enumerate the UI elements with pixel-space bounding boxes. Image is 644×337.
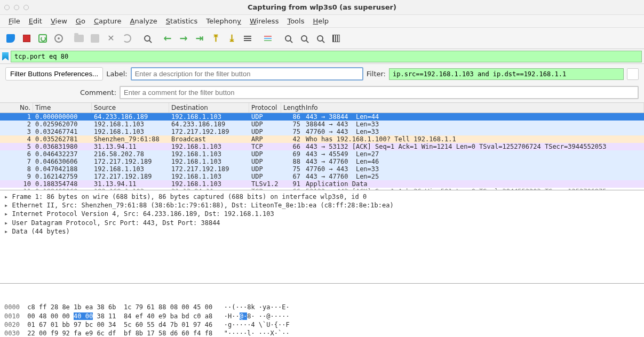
filter-prefs-button[interactable]: Filter Buttons Preferences... bbox=[5, 67, 103, 81]
packet-row[interactable]: 90.162142759172.217.192.189192.168.1.103… bbox=[0, 173, 644, 180]
reload-icon bbox=[123, 34, 131, 43]
packet-row[interactable]: 70.046630606172.217.192.189192.168.1.103… bbox=[0, 158, 644, 165]
save-button[interactable] bbox=[88, 31, 102, 46]
bars-icon bbox=[244, 36, 251, 41]
col-protocol[interactable]: Protocol bbox=[249, 103, 281, 113]
tree-item[interactable]: User Datagram Protocol, Src Port: 443, D… bbox=[4, 219, 640, 227]
packet-row[interactable]: 60.046432237216.58.202.78192.168.1.103UD… bbox=[0, 150, 644, 158]
menu-help[interactable]: Help bbox=[309, 16, 332, 26]
tree-item[interactable]: Data (44 bytes) bbox=[4, 227, 640, 236]
main-toolbar: ✕ ← → ⇥ ⤒ ⤓ bbox=[0, 28, 644, 49]
close-file-button[interactable]: ✕ bbox=[104, 31, 118, 46]
window-title: Capturing from wlp3s0 (as superuser) bbox=[248, 3, 396, 11]
packet-list-pane[interactable]: No. Time Source Destination Protocol Len… bbox=[0, 103, 644, 190]
zoom-in-icon bbox=[285, 35, 291, 42]
col-source[interactable]: Source bbox=[92, 103, 169, 113]
go-last-button[interactable]: ⤓ bbox=[224, 31, 239, 46]
col-no[interactable]: No. bbox=[0, 103, 33, 113]
col-length[interactable]: Length bbox=[281, 103, 303, 113]
menu-telephony[interactable]: Telephony bbox=[203, 16, 244, 26]
hex-row[interactable]: 0020 01 67 01 bb 97 bc 00 34 5c 60 55 d4… bbox=[4, 320, 640, 329]
fin-icon bbox=[6, 34, 15, 43]
filter-expression-input[interactable] bbox=[389, 68, 624, 80]
resize-columns-button[interactable] bbox=[329, 31, 344, 46]
hex-row[interactable]: 0010 00 48 00 00 40 00 38 11 84 ef 40 e9… bbox=[4, 312, 640, 320]
col-time[interactable]: Time bbox=[33, 103, 92, 113]
go-to-packet-button[interactable]: ⇥ bbox=[192, 31, 207, 46]
close-window-icon[interactable] bbox=[4, 5, 10, 10]
packet-row[interactable]: 100.18835474831.13.94.11192.168.1.103TLS… bbox=[0, 180, 644, 188]
open-file-button[interactable] bbox=[71, 31, 86, 46]
columns-icon bbox=[332, 35, 340, 42]
hex-row[interactable]: 0000 c8 ff 28 8e 1b ea 38 6b 1c 79 61 88… bbox=[4, 303, 640, 311]
close-icon: ✕ bbox=[107, 33, 114, 43]
menu-edit[interactable]: Edit bbox=[26, 16, 45, 26]
packet-row[interactable]: 40.035262781Shenzhen_79:61:88BroadcastAR… bbox=[0, 135, 644, 143]
menu-go[interactable]: Go bbox=[73, 16, 89, 26]
tree-item[interactable]: Frame 1: 86 bytes on wire (688 bits), 86… bbox=[4, 192, 640, 201]
arrow-left-icon: ← bbox=[163, 33, 171, 44]
hex-row[interactable]: 0030 22 00 f9 92 fa e9 6c df bf 8b 17 58… bbox=[4, 329, 640, 337]
col-info[interactable]: Info bbox=[303, 103, 644, 113]
packet-row[interactable]: 80.047042188192.168.1.103172.217.192.189… bbox=[0, 165, 644, 173]
display-filter-bar bbox=[0, 49, 644, 64]
filter-label-input[interactable] bbox=[131, 67, 363, 81]
reload-button[interactable] bbox=[120, 31, 134, 46]
save-icon bbox=[91, 34, 99, 43]
tree-item[interactable]: Internet Protocol Version 4, Src: 64.233… bbox=[4, 210, 640, 218]
menu-capture[interactable]: Capture bbox=[91, 16, 125, 26]
packet-list-header[interactable]: No. Time Source Destination Protocol Len… bbox=[0, 103, 644, 113]
menu-wireless[interactable]: Wireless bbox=[247, 16, 282, 26]
folder-icon bbox=[74, 35, 84, 42]
capture-options-button[interactable] bbox=[51, 31, 66, 46]
arrow-right-icon: → bbox=[179, 33, 187, 44]
zoom-in-button[interactable] bbox=[281, 31, 296, 46]
titlebar: Capturing from wlp3s0 (as superuser) bbox=[0, 0, 644, 15]
tree-item[interactable]: Ethernet II, Src: Shenzhen_79:61:88 (38:… bbox=[4, 201, 640, 210]
restart-capture-button[interactable] bbox=[35, 31, 50, 46]
stop-capture-button[interactable] bbox=[19, 31, 34, 46]
arrow-top-icon: ⤒ bbox=[212, 33, 220, 44]
zoom-out-button[interactable] bbox=[297, 31, 312, 46]
col-destination[interactable]: Destination bbox=[169, 103, 249, 113]
filter-comment-input[interactable] bbox=[120, 86, 639, 99]
packet-details-pane[interactable]: Frame 1: 86 bytes on wire (688 bits), 86… bbox=[0, 190, 644, 284]
filter-button-toolbar: Filter Buttons Preferences... Label: Fil… bbox=[0, 64, 644, 84]
bookmark-icon[interactable] bbox=[2, 52, 9, 61]
auto-scroll-button[interactable] bbox=[240, 31, 255, 46]
go-forward-button[interactable]: → bbox=[176, 31, 191, 46]
filter-comment-row: Comment: bbox=[0, 84, 644, 103]
stop-icon bbox=[23, 35, 30, 42]
comment-label: Comment: bbox=[80, 89, 116, 97]
menu-tools[interactable]: Tools bbox=[284, 16, 307, 26]
restart-icon bbox=[38, 34, 47, 43]
minimize-window-icon[interactable] bbox=[14, 5, 19, 10]
search-icon bbox=[144, 35, 150, 42]
colorize-icon bbox=[264, 36, 272, 41]
packet-bytes-pane[interactable]: 0000 c8 ff 28 8e 1b ea 38 6b 1c 79 61 88… bbox=[0, 284, 644, 337]
filter-label: Filter: bbox=[367, 70, 386, 78]
colorize-button[interactable] bbox=[260, 31, 275, 46]
packet-row[interactable]: 50.03683198031.13.94.11192.168.1.103TCP6… bbox=[0, 143, 644, 150]
filter-ok-button[interactable] bbox=[627, 68, 639, 80]
arrow-bottom-icon: ⤓ bbox=[228, 33, 236, 44]
find-packet-button[interactable] bbox=[140, 31, 155, 46]
menu-file[interactable]: File bbox=[5, 16, 23, 26]
display-filter-input[interactable] bbox=[11, 51, 642, 62]
start-capture-button[interactable] bbox=[3, 31, 18, 46]
menubar: File Edit View Go Capture Analyze Statis… bbox=[0, 15, 644, 28]
zoom-reset-button[interactable] bbox=[313, 31, 328, 46]
go-first-button[interactable]: ⤒ bbox=[208, 31, 223, 46]
label-label: Label: bbox=[106, 70, 127, 78]
zoom-reset-icon bbox=[317, 35, 323, 42]
menu-view[interactable]: View bbox=[47, 16, 70, 26]
packet-row[interactable]: 10.00000000064.233.186.189192.168.1.103U… bbox=[0, 113, 644, 121]
go-back-button[interactable]: ← bbox=[160, 31, 175, 46]
maximize-window-icon[interactable] bbox=[23, 5, 29, 10]
jump-icon: ⇥ bbox=[195, 33, 203, 44]
packet-row[interactable]: 20.025962070192.168.1.10364.233.186.189U… bbox=[0, 121, 644, 128]
packet-row[interactable]: 30.032467741192.168.1.103172.217.192.189… bbox=[0, 128, 644, 135]
menu-statistics[interactable]: Statistics bbox=[163, 16, 201, 26]
gear-icon bbox=[54, 34, 63, 43]
menu-analyze[interactable]: Analyze bbox=[127, 16, 161, 26]
